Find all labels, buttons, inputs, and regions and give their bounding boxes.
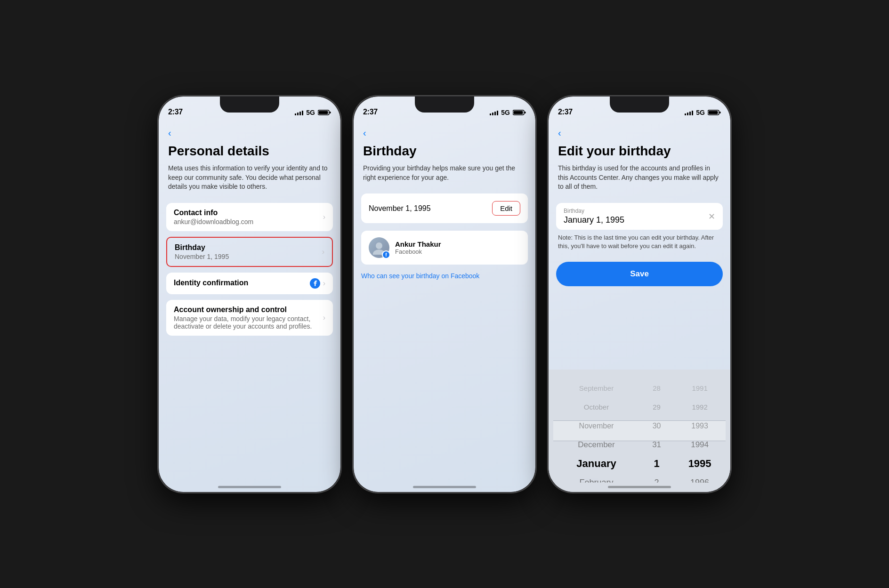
- save-button[interactable]: Save: [556, 262, 723, 286]
- network-type-3: 5G: [696, 109, 705, 116]
- day-picker-column[interactable]: 28 29 30 31 1 2 3 4 5: [639, 379, 674, 483]
- svg-rect-2: [330, 112, 331, 113]
- facebook-icon-1: [310, 278, 320, 289]
- page-title-2: Birthday: [354, 142, 535, 164]
- page-subtitle-1: Meta uses this information to verify you…: [159, 164, 340, 203]
- battery-icon-3: [708, 109, 721, 116]
- signal-bars-1: [295, 110, 303, 115]
- time-3: 2:37: [558, 108, 573, 116]
- svg-rect-1: [318, 111, 328, 114]
- status-bar-3: 2:37 5G: [549, 97, 730, 120]
- status-bar-2: 2:37 5G: [354, 97, 535, 120]
- edit-birthday-button[interactable]: Edit: [492, 201, 520, 216]
- user-info: Ankur Thakur Facebook: [395, 240, 441, 255]
- picker-year-2[interactable]: 1993: [674, 417, 726, 435]
- picker-month-0[interactable]: September: [553, 379, 639, 398]
- picker-month-5[interactable]: February: [553, 473, 639, 483]
- picker-year-3[interactable]: 1994: [674, 435, 726, 454]
- user-card: f Ankur Thakur Facebook: [361, 231, 528, 265]
- picker-day-2[interactable]: 30: [639, 417, 674, 435]
- birthday-field-label: Birthday: [564, 208, 624, 214]
- picker-day-5[interactable]: 2: [639, 473, 674, 483]
- picker-month-3[interactable]: December: [553, 435, 639, 454]
- status-icons-2: 5G: [490, 109, 526, 116]
- picker-day-selected[interactable]: 1: [639, 454, 674, 473]
- battery-icon-1: [318, 109, 331, 116]
- account-ownership-title: Account ownership and control: [174, 306, 323, 314]
- birthday-wrapper: Birthday November 1, 1995 ›: [166, 237, 333, 267]
- picker-month-1[interactable]: October: [553, 398, 639, 417]
- svg-rect-5: [513, 111, 523, 114]
- svg-rect-10: [708, 111, 718, 114]
- status-icons-3: 5G: [685, 109, 721, 116]
- identity-item[interactable]: Identity confirmation ›: [166, 273, 333, 294]
- account-ownership-subtitle: Manage your data, modify your legacy con…: [174, 315, 323, 330]
- screen-1-content: ‹ Personal details Meta uses this inform…: [159, 120, 340, 492]
- home-indicator-2: [413, 486, 476, 488]
- contact-info-subtitle: ankur@idownloadblog.com: [174, 218, 323, 226]
- identity-title: Identity confirmation: [174, 279, 310, 287]
- svg-rect-6: [525, 112, 526, 113]
- back-button-3[interactable]: ‹: [549, 120, 730, 142]
- birthday-value-row: November 1, 1995 Edit: [361, 193, 528, 223]
- user-name: Ankur Thakur: [395, 240, 441, 248]
- picker-day-1[interactable]: 29: [639, 398, 674, 417]
- user-platform: Facebook: [395, 248, 441, 255]
- contact-info-section: Contact info ankur@idownloadblog.com ›: [166, 203, 333, 231]
- picker-year-5[interactable]: 1996: [674, 473, 726, 483]
- phone-2: 2:37 5G ‹ Birthday Providing y: [353, 96, 536, 493]
- birthday-item[interactable]: Birthday November 1, 1995 ›: [166, 237, 333, 267]
- time-1: 2:37: [168, 108, 183, 116]
- birthday-subtitle: November 1, 1995: [175, 253, 322, 260]
- birthday-chevron: ›: [322, 248, 324, 256]
- screen-3-content: ‹ Edit your birthday This birthday is us…: [549, 120, 730, 492]
- birthday-current-value: November 1, 1995: [369, 204, 431, 213]
- birthday-input-wrapper: Birthday January 1, 1995 ✕: [556, 203, 723, 230]
- month-picker-column[interactable]: September October November December Janu…: [553, 379, 639, 483]
- home-indicator-1: [218, 486, 281, 488]
- birthday-edit-note: Note: This is the last time you can edit…: [549, 234, 730, 262]
- page-subtitle-3: This birthday is used for the accounts a…: [549, 164, 730, 203]
- picker-year-0[interactable]: 1991: [674, 379, 726, 398]
- page-subtitle-2: Providing your birthday helps make sure …: [354, 164, 535, 193]
- birthday-privacy-link[interactable]: Who can see your birthday on Facebook: [354, 272, 535, 280]
- phone-3: 2:37 5G ‹ Edit your birthday T: [548, 96, 731, 493]
- date-picker[interactable]: September October November December Janu…: [549, 370, 730, 492]
- network-type-1: 5G: [306, 109, 315, 116]
- signal-bars-3: [685, 110, 693, 115]
- account-ownership-item[interactable]: Account ownership and control Manage you…: [166, 300, 333, 336]
- picker-year-selected[interactable]: 1995: [674, 454, 726, 473]
- svg-rect-11: [719, 112, 721, 113]
- year-picker-column[interactable]: 1991 1992 1993 1994 1995 1996 1997 1998 …: [674, 379, 726, 483]
- picker-day-3[interactable]: 31: [639, 435, 674, 454]
- home-indicator-3: [608, 486, 671, 488]
- contact-info-chevron: ›: [323, 213, 325, 221]
- avatar-wrapper: f: [369, 237, 389, 258]
- network-type-2: 5G: [501, 109, 510, 116]
- contact-info-title: Contact info: [174, 209, 323, 217]
- status-icons-1: 5G: [295, 109, 331, 116]
- account-ownership-chevron: ›: [323, 314, 325, 322]
- battery-icon-2: [513, 109, 526, 116]
- back-button-1[interactable]: ‹: [159, 120, 340, 142]
- status-bar-1: 2:37 5G: [159, 97, 340, 120]
- identity-section: Identity confirmation ›: [166, 273, 333, 294]
- birthday-title: Birthday: [175, 243, 322, 252]
- page-title-1: Personal details: [159, 142, 340, 164]
- facebook-badge: f: [382, 250, 390, 259]
- picker-day-0[interactable]: 28: [639, 379, 674, 398]
- back-button-2[interactable]: ‹: [354, 120, 535, 142]
- signal-bars-2: [490, 110, 498, 115]
- phone-1: 2:37 5G ‹ Personal details Met: [158, 96, 341, 493]
- clear-birthday-icon[interactable]: ✕: [708, 211, 715, 222]
- birthday-field-value[interactable]: January 1, 1995: [564, 215, 624, 225]
- time-2: 2:37: [363, 108, 378, 116]
- picker-month-selected[interactable]: January: [553, 454, 639, 473]
- picker-month-2[interactable]: November: [553, 417, 639, 435]
- page-title-3: Edit your birthday: [549, 142, 730, 164]
- contact-info-item[interactable]: Contact info ankur@idownloadblog.com ›: [166, 203, 333, 231]
- account-ownership-section: Account ownership and control Manage you…: [166, 300, 333, 336]
- svg-point-7: [376, 242, 382, 249]
- picker-year-1[interactable]: 1992: [674, 398, 726, 417]
- identity-chevron: ›: [323, 279, 325, 288]
